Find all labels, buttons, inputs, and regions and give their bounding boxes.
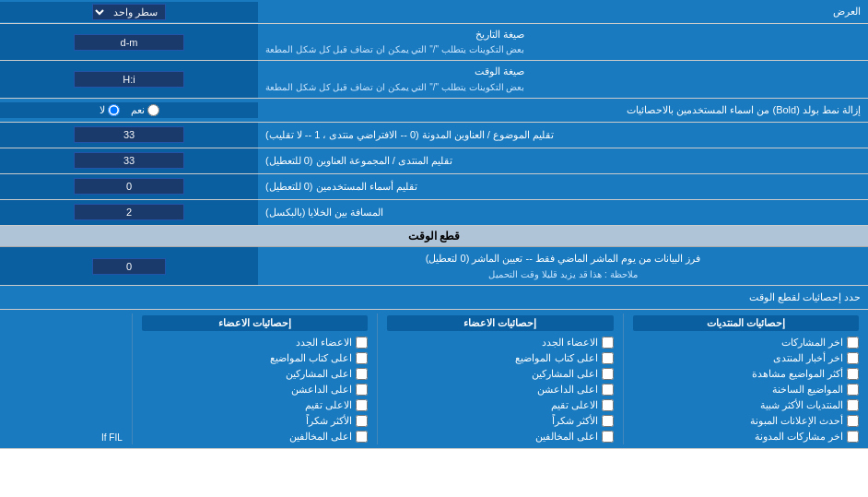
trim-forum-input-wrapper — [0, 148, 258, 173]
checkbox-top-participants2-input[interactable] — [356, 368, 368, 380]
cutoff-label: فرز البيانات من يوم الماشر الماضي فقط --… — [258, 247, 868, 286]
trim-users-row: تقليم أسماء المستخدمين (0 للتعطيل) — [0, 174, 868, 200]
trim-forum-label: تقليم المنتدى / المجموعة العناوين (0 للت… — [258, 148, 868, 173]
time-format-sublabel: بعض التكوينات يتطلب "/" التي يمكن ان تضا… — [265, 81, 524, 94]
bold-radio-no[interactable] — [108, 104, 120, 116]
trim-forum-row: تقليم المنتدى / المجموعة العناوين (0 للت… — [0, 148, 868, 174]
checkbox-most-thanked-input[interactable] — [602, 415, 614, 427]
date-format-sublabel: بعض التكوينات يتطلب "/" التي يمكن ان تضا… — [265, 43, 524, 56]
divider-2 — [377, 314, 378, 444]
checkbox-most-viewed-input[interactable] — [847, 368, 859, 380]
checkbox-top-violations-input[interactable] — [602, 431, 614, 443]
bold-radio-yes[interactable] — [147, 104, 159, 116]
trim-subjects-input[interactable] — [74, 126, 184, 143]
bold-radio-label: إزالة نمط بولد (Bold) من اسماء المستخدمي… — [258, 101, 868, 120]
cell-spacing-label: المسافة بين الخلايا (بالبكسل) — [258, 200, 868, 225]
trim-subjects-label: تقليم الموضوع / العناوين المدونة (0 -- ا… — [258, 123, 868, 148]
checkbox-forum-news[interactable]: اخر أخبار المنتدى — [633, 352, 859, 364]
date-format-row: صيغة التاريخ بعض التكوينات يتطلب "/" الت… — [0, 24, 868, 61]
trim-users-input[interactable] — [74, 178, 184, 195]
checkbox-top-thanked2[interactable]: اعلى الداعشن — [142, 384, 368, 396]
bold-radio-options: نعم لا — [0, 102, 258, 118]
checkbox-top-violations2[interactable]: اعلى المخالفين — [142, 431, 368, 443]
checkbox-latest-announcements[interactable]: أحدث الإعلانات المبونة — [633, 415, 859, 427]
col-members-header: إحصائيات الاعضاء — [387, 315, 613, 331]
checkbox-top-participants-input[interactable] — [602, 368, 614, 380]
limit-label: حدد إحصائيات لقطع الوقت — [0, 288, 868, 307]
checkbox-top-writers[interactable]: اعلى كتاب المواضيع — [387, 352, 613, 364]
checkbox-new-members-input[interactable] — [602, 337, 614, 349]
checkbox-top-writers-input[interactable] — [602, 352, 614, 364]
checkbox-most-thanked2-input[interactable] — [356, 415, 368, 427]
checkbox-hot-topics-input[interactable] — [847, 384, 859, 396]
col-members2-header: إحصائيات الاعضاء — [142, 315, 368, 331]
checkbox-hot-topics[interactable]: المواضيع الساخنة — [633, 384, 859, 396]
date-format-input[interactable] — [74, 34, 184, 51]
checkbox-top-thanked-input[interactable] — [602, 384, 614, 396]
display-select-wrapper: سطر واحد سطران ثلاثة أسطر — [0, 2, 258, 22]
time-format-row: صيغة الوقت بعض التكوينات يتطلب "/" التي … — [0, 61, 868, 98]
if-fil-text: If FIL — [9, 359, 123, 443]
cutoff-section-header: قطع الوقت — [0, 226, 868, 247]
main-container: العرض سطر واحد سطران ثلاثة أسطر صيغة الت… — [0, 0, 868, 449]
divider-3 — [132, 314, 133, 444]
checkbox-new-members2-input[interactable] — [356, 337, 368, 349]
checkbox-blog-posts-input[interactable] — [847, 431, 859, 443]
checkbox-new-members2[interactable]: الاعضاء الجدد — [142, 337, 368, 349]
checkbox-highest-rated2-input[interactable] — [356, 399, 368, 411]
checkbox-top-participants2[interactable]: اعلى المشاركين — [142, 368, 368, 380]
checkbox-top-violations[interactable]: اعلى المخالفين — [387, 431, 613, 443]
checkbox-similar-forums[interactable]: المنتديات الأكثر شبية — [633, 399, 859, 411]
checkbox-top-thanked2-input[interactable] — [356, 384, 368, 396]
date-format-label: صيغة التاريخ بعض التكوينات يتطلب "/" الت… — [258, 24, 868, 60]
cell-spacing-row: المسافة بين الخلايا (بالبكسل) — [0, 200, 868, 226]
trim-forum-input[interactable] — [74, 152, 184, 169]
checkbox-most-thanked2[interactable]: الأكثر شكراً — [142, 415, 368, 427]
divider-1 — [623, 314, 624, 444]
cutoff-row: فرز البيانات من يوم الماشر الماضي فقط --… — [0, 247, 868, 287]
time-format-title: صيغة الوقت — [265, 65, 524, 78]
display-label: العرض — [258, 2, 868, 21]
limit-row: حدد إحصائيات لقطع الوقت — [0, 286, 868, 310]
checkbox-top-participants[interactable]: اعلى المشاركين — [387, 368, 613, 380]
checkbox-col-members2: إحصائيات الاعضاء الاعضاء الجدد اعلى كتاب… — [133, 310, 377, 448]
trim-users-input-wrapper — [0, 174, 258, 199]
bold-radio-row: إزالة نمط بولد (Bold) من اسماء المستخدمي… — [0, 99, 868, 123]
date-format-title: صيغة التاريخ — [265, 28, 524, 41]
checkboxes-container: إحصائيات المنتديات اخر المشاركات اخر أخب… — [0, 310, 868, 449]
checkbox-similar-forums-input[interactable] — [847, 399, 859, 411]
display-row: العرض سطر واحد سطران ثلاثة أسطر — [0, 0, 868, 24]
time-format-input[interactable] — [74, 71, 184, 88]
checkbox-col-right: If FIL — [0, 310, 132, 448]
cell-spacing-input[interactable] — [74, 204, 184, 220]
checkbox-highest-rated-input[interactable] — [602, 399, 614, 411]
bold-radio-no-label[interactable]: لا — [100, 104, 120, 116]
cell-spacing-input-wrapper — [0, 200, 258, 225]
checkbox-most-viewed[interactable]: أكثر المواضيع مشاهدة — [633, 368, 859, 380]
bold-radio-yes-label[interactable]: نعم — [131, 104, 159, 116]
checkbox-new-members[interactable]: الاعضاء الجدد — [387, 337, 613, 349]
col-forums-header: إحصائيات المنتديات — [633, 315, 859, 331]
checkbox-latest-posts[interactable]: اخر المشاركات — [633, 337, 859, 349]
checkbox-latest-announcements-input[interactable] — [847, 415, 859, 427]
checkbox-top-thanked[interactable]: اعلى الداعشن — [387, 384, 613, 396]
cutoff-input-wrapper — [0, 247, 258, 286]
trim-subjects-input-wrapper — [0, 123, 258, 148]
checkbox-highest-rated[interactable]: الاعلى تقيم — [387, 399, 613, 411]
checkbox-col-members: إحصائيات الاعضاء الاعضاء الجدد اعلى كتاب… — [378, 310, 622, 448]
time-format-input-wrapper — [0, 61, 258, 97]
trim-users-label: تقليم أسماء المستخدمين (0 للتعطيل) — [258, 174, 868, 199]
checkbox-blog-posts[interactable]: اخر مشاركات المدونة — [633, 431, 859, 443]
checkbox-top-violations2-input[interactable] — [356, 431, 368, 443]
checkbox-top-writers2-input[interactable] — [356, 352, 368, 364]
checkbox-highest-rated2[interactable]: الاعلى تقيم — [142, 399, 368, 411]
time-format-label: صيغة الوقت بعض التكوينات يتطلب "/" التي … — [258, 61, 868, 97]
checkbox-most-thanked[interactable]: الأكثر شكراً — [387, 415, 613, 427]
trim-subjects-row: تقليم الموضوع / العناوين المدونة (0 -- ا… — [0, 123, 868, 148]
checkbox-latest-posts-input[interactable] — [847, 337, 859, 349]
checkbox-top-writers2[interactable]: اعلى كتاب المواضيع — [142, 352, 368, 364]
display-select[interactable]: سطر واحد سطران ثلاثة أسطر — [92, 4, 166, 20]
checkbox-col-forums: إحصائيات المنتديات اخر المشاركات اخر أخب… — [624, 310, 868, 448]
checkbox-forum-news-input[interactable] — [847, 352, 859, 364]
cutoff-input[interactable] — [92, 258, 166, 275]
